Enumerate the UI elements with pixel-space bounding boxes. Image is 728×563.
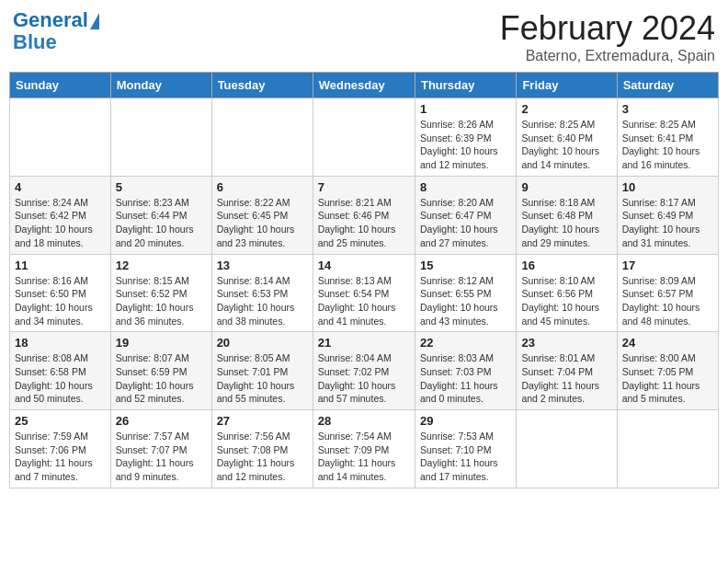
day-number: 2 xyxy=(521,102,611,116)
day-info: Sunrise: 8:16 AM Sunset: 6:50 PM Dayligh… xyxy=(15,274,106,328)
day-info: Sunrise: 8:10 AM Sunset: 6:56 PM Dayligh… xyxy=(521,274,611,328)
calendar-week-row: 18Sunrise: 8:08 AM Sunset: 6:58 PM Dayli… xyxy=(10,332,719,410)
day-number: 4 xyxy=(15,180,106,194)
day-info: Sunrise: 7:56 AM Sunset: 7:08 PM Dayligh… xyxy=(217,430,308,484)
calendar-title: February 2024 xyxy=(500,9,715,48)
day-info: Sunrise: 8:24 AM Sunset: 6:42 PM Dayligh… xyxy=(15,196,106,250)
day-number: 29 xyxy=(420,414,511,428)
calendar-day-cell: 18Sunrise: 8:08 AM Sunset: 6:58 PM Dayli… xyxy=(10,332,111,410)
day-number: 17 xyxy=(622,259,713,272)
day-number: 28 xyxy=(318,414,410,428)
day-info: Sunrise: 7:54 AM Sunset: 7:09 PM Dayligh… xyxy=(318,430,410,484)
calendar-day-cell: 22Sunrise: 8:03 AM Sunset: 7:03 PM Dayli… xyxy=(415,332,516,410)
day-info: Sunrise: 8:17 AM Sunset: 6:49 PM Dayligh… xyxy=(622,196,713,250)
day-info: Sunrise: 8:05 AM Sunset: 7:01 PM Dayligh… xyxy=(217,351,308,406)
day-info: Sunrise: 8:12 AM Sunset: 6:55 PM Dayligh… xyxy=(420,274,511,328)
day-number: 8 xyxy=(420,180,511,194)
calendar-day-cell: 20Sunrise: 8:05 AM Sunset: 7:01 PM Dayli… xyxy=(211,332,313,410)
calendar-day-cell: 1Sunrise: 8:26 AM Sunset: 6:39 PM Daylig… xyxy=(415,98,516,177)
weekday-header: Wednesday xyxy=(313,73,415,98)
day-number: 19 xyxy=(116,336,207,350)
calendar-week-row: 4Sunrise: 8:24 AM Sunset: 6:42 PM Daylig… xyxy=(10,176,719,254)
weekday-header: Saturday xyxy=(617,73,718,98)
day-info: Sunrise: 8:09 AM Sunset: 6:57 PM Dayligh… xyxy=(622,274,713,328)
logo: General Blue xyxy=(13,9,99,53)
calendar-day-cell: 17Sunrise: 8:09 AM Sunset: 6:57 PM Dayli… xyxy=(617,254,718,332)
calendar-day-cell: 2Sunrise: 8:25 AM Sunset: 6:40 PM Daylig… xyxy=(517,98,617,177)
title-area: February 2024 Baterno, Extremadura, Spai… xyxy=(500,9,715,64)
calendar-day-cell: 3Sunrise: 8:25 AM Sunset: 6:41 PM Daylig… xyxy=(617,98,718,177)
calendar-day-cell xyxy=(10,98,111,177)
calendar-day-cell: 24Sunrise: 8:00 AM Sunset: 7:05 PM Dayli… xyxy=(617,332,718,410)
day-number: 1 xyxy=(420,102,511,116)
calendar-day-cell: 13Sunrise: 8:14 AM Sunset: 6:53 PM Dayli… xyxy=(211,254,313,332)
weekday-header: Sunday xyxy=(10,73,111,98)
calendar-day-cell: 10Sunrise: 8:17 AM Sunset: 6:49 PM Dayli… xyxy=(617,176,718,254)
calendar-day-cell: 27Sunrise: 7:56 AM Sunset: 7:08 PM Dayli… xyxy=(211,410,313,488)
day-info: Sunrise: 8:01 AM Sunset: 7:04 PM Dayligh… xyxy=(521,351,611,406)
calendar-day-cell xyxy=(211,98,313,177)
day-info: Sunrise: 8:15 AM Sunset: 6:52 PM Dayligh… xyxy=(116,274,207,328)
calendar-day-cell: 29Sunrise: 7:53 AM Sunset: 7:10 PM Dayli… xyxy=(415,410,516,488)
logo-blue: Blue xyxy=(13,31,57,53)
day-number: 14 xyxy=(318,259,410,272)
day-number: 15 xyxy=(420,259,511,272)
day-info: Sunrise: 7:57 AM Sunset: 7:07 PM Dayligh… xyxy=(116,430,207,484)
calendar-day-cell: 6Sunrise: 8:22 AM Sunset: 6:45 PM Daylig… xyxy=(211,176,313,254)
calendar-day-cell xyxy=(110,98,211,177)
logo-general: General xyxy=(13,8,88,31)
day-info: Sunrise: 8:20 AM Sunset: 6:47 PM Dayligh… xyxy=(420,196,511,250)
header: General Blue February 2024 Baterno, Extr… xyxy=(9,9,719,64)
day-info: Sunrise: 8:26 AM Sunset: 6:39 PM Dayligh… xyxy=(420,118,511,172)
calendar-day-cell: 9Sunrise: 8:18 AM Sunset: 6:48 PM Daylig… xyxy=(517,176,617,254)
day-info: Sunrise: 7:53 AM Sunset: 7:10 PM Dayligh… xyxy=(420,430,511,484)
calendar-day-cell: 25Sunrise: 7:59 AM Sunset: 7:06 PM Dayli… xyxy=(10,410,111,488)
day-number: 6 xyxy=(217,180,308,194)
day-number: 21 xyxy=(318,336,410,350)
day-number: 13 xyxy=(217,259,308,272)
calendar-day-cell: 5Sunrise: 8:23 AM Sunset: 6:44 PM Daylig… xyxy=(110,176,211,254)
day-number: 20 xyxy=(217,336,308,350)
day-info: Sunrise: 8:07 AM Sunset: 6:59 PM Dayligh… xyxy=(116,351,207,406)
day-info: Sunrise: 8:18 AM Sunset: 6:48 PM Dayligh… xyxy=(521,196,611,250)
weekday-header: Tuesday xyxy=(211,73,313,98)
calendar-day-cell: 7Sunrise: 8:21 AM Sunset: 6:46 PM Daylig… xyxy=(313,176,415,254)
day-number: 26 xyxy=(116,414,207,428)
day-number: 16 xyxy=(521,259,611,272)
calendar-body: 1Sunrise: 8:26 AM Sunset: 6:39 PM Daylig… xyxy=(10,98,719,488)
day-number: 27 xyxy=(217,414,308,428)
day-info: Sunrise: 8:03 AM Sunset: 7:03 PM Dayligh… xyxy=(420,351,511,406)
calendar-day-cell: 19Sunrise: 8:07 AM Sunset: 6:59 PM Dayli… xyxy=(110,332,211,410)
calendar-day-cell: 28Sunrise: 7:54 AM Sunset: 7:09 PM Dayli… xyxy=(313,410,415,488)
calendar-day-cell xyxy=(517,410,617,488)
calendar-day-cell: 23Sunrise: 8:01 AM Sunset: 7:04 PM Dayli… xyxy=(517,332,617,410)
calendar-day-cell: 8Sunrise: 8:20 AM Sunset: 6:47 PM Daylig… xyxy=(415,176,516,254)
calendar-day-cell: 16Sunrise: 8:10 AM Sunset: 6:56 PM Dayli… xyxy=(517,254,617,332)
day-number: 10 xyxy=(622,180,713,194)
weekday-header: Thursday xyxy=(415,73,516,98)
calendar-day-cell: 15Sunrise: 8:12 AM Sunset: 6:55 PM Dayli… xyxy=(415,254,516,332)
day-info: Sunrise: 8:22 AM Sunset: 6:45 PM Dayligh… xyxy=(217,196,308,250)
day-info: Sunrise: 8:00 AM Sunset: 7:05 PM Dayligh… xyxy=(622,351,713,406)
calendar-subtitle: Baterno, Extremadura, Spain xyxy=(500,48,715,64)
calendar-day-cell: 4Sunrise: 8:24 AM Sunset: 6:42 PM Daylig… xyxy=(10,176,111,254)
logo-triangle-icon xyxy=(90,13,99,29)
calendar-day-cell: 26Sunrise: 7:57 AM Sunset: 7:07 PM Dayli… xyxy=(110,410,211,488)
day-info: Sunrise: 8:25 AM Sunset: 6:41 PM Dayligh… xyxy=(622,118,713,172)
calendar-day-cell xyxy=(313,98,415,177)
day-number: 23 xyxy=(521,336,611,350)
day-number: 7 xyxy=(318,180,410,194)
calendar-day-cell: 11Sunrise: 8:16 AM Sunset: 6:50 PM Dayli… xyxy=(10,254,111,332)
day-number: 18 xyxy=(15,336,106,350)
weekday-header: Monday xyxy=(110,73,211,98)
calendar-week-row: 11Sunrise: 8:16 AM Sunset: 6:50 PM Dayli… xyxy=(10,254,719,332)
day-number: 3 xyxy=(622,102,713,116)
calendar-week-row: 25Sunrise: 7:59 AM Sunset: 7:06 PM Dayli… xyxy=(10,410,719,488)
day-info: Sunrise: 8:14 AM Sunset: 6:53 PM Dayligh… xyxy=(217,274,308,328)
calendar-day-cell: 21Sunrise: 8:04 AM Sunset: 7:02 PM Dayli… xyxy=(313,332,415,410)
day-number: 5 xyxy=(116,180,207,194)
day-number: 22 xyxy=(420,336,511,350)
day-number: 12 xyxy=(116,259,207,272)
day-info: Sunrise: 8:08 AM Sunset: 6:58 PM Dayligh… xyxy=(15,351,106,406)
calendar-day-cell xyxy=(617,410,718,488)
